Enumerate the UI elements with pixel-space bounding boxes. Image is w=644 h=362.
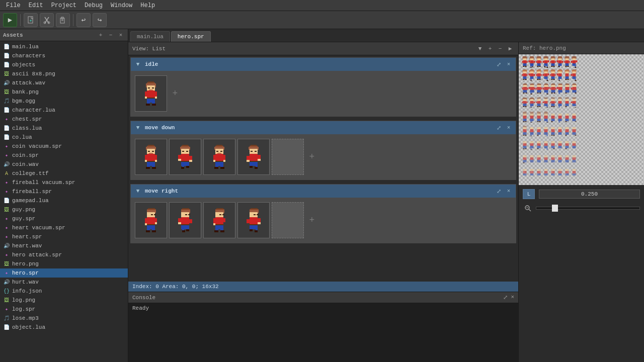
sidebar-close-btn[interactable]: × bbox=[117, 31, 125, 39]
console-expand-btn[interactable]: ⤢ bbox=[503, 294, 508, 301]
menu-window[interactable]: Window bbox=[107, 1, 136, 10]
svg-rect-363 bbox=[566, 87, 570, 90]
sidebar-item-hero-spr[interactable]: ✦hero.spr bbox=[0, 268, 128, 278]
sprite-frame-move-right-4[interactable] bbox=[237, 202, 270, 238]
svg-rect-399 bbox=[544, 101, 548, 104]
sidebar-item-fireball-vacuum-spr[interactable]: ✦fireball vacuum.spr bbox=[0, 178, 128, 187]
sidebar-item-ascii-8x8-png[interactable]: 🖼ascii 8x8.png bbox=[0, 69, 128, 78]
svg-rect-130 bbox=[182, 230, 185, 232]
sidebar-item-fireball-spr[interactable]: ✦fireball.spr bbox=[0, 187, 128, 196]
sprite-frame-move-right-extra[interactable] bbox=[272, 202, 304, 238]
file-name: guy.spr bbox=[12, 216, 35, 222]
sidebar-item-guy-spr[interactable]: ✦guy.spr bbox=[0, 214, 128, 223]
sprite-editor: View: List ▼ + − ▶ ▼ bbox=[128, 42, 518, 362]
asset-list: 📄main.lua📄characters📄objects🖼ascii 8x8.p… bbox=[0, 41, 128, 362]
sidebar-item-character-lua[interactable]: 📄character.lua bbox=[0, 106, 128, 115]
sprite-frame-move-down-4[interactable] bbox=[237, 139, 270, 175]
sidebar-item-log-png[interactable]: 🖼log.png bbox=[0, 296, 128, 305]
sprite-frame-move-down-2[interactable] bbox=[169, 139, 201, 175]
menu-project[interactable]: Project bbox=[47, 1, 80, 10]
paste-button[interactable] bbox=[56, 13, 70, 27]
sidebar-item-heart-spr[interactable]: ✦heart.spr bbox=[0, 232, 128, 241]
sidebar-minus-btn[interactable]: − bbox=[107, 31, 115, 39]
svg-rect-432 bbox=[523, 121, 525, 122]
sidebar-add-btn[interactable]: + bbox=[97, 31, 105, 39]
sprite-frame-idle-1[interactable] bbox=[135, 75, 167, 112]
scale-mode-btn[interactable]: L bbox=[523, 189, 535, 199]
sidebar-item-hero-png[interactable]: 🖼hero.png bbox=[0, 259, 128, 268]
add-frame-move-right[interactable]: + bbox=[306, 214, 318, 226]
sidebar-item-heart-wav[interactable]: 🔊heart.wav bbox=[0, 241, 128, 250]
sprite-minus-btn[interactable]: − bbox=[496, 45, 504, 53]
sidebar-item-coin-vacuum-spr[interactable]: ✦coin vacuum.spr bbox=[0, 142, 128, 151]
svg-rect-400 bbox=[543, 102, 544, 103]
svg-rect-273 bbox=[544, 76, 548, 79]
play-button[interactable]: ▶ bbox=[3, 13, 17, 27]
sidebar-item-heart-vacuum-spr[interactable]: ✦heart vacuum.spr bbox=[0, 223, 128, 232]
sidebar-item-info-json[interactable]: {}info.json bbox=[0, 287, 128, 296]
menu-debug[interactable]: Debug bbox=[80, 1, 107, 10]
menu-file[interactable]: File bbox=[2, 1, 25, 10]
anim-move-down-close[interactable]: × bbox=[505, 124, 513, 132]
sidebar-item-co-lua[interactable]: 📄co.lua bbox=[0, 133, 128, 142]
sidebar-item-object-lua[interactable]: 📄object.lua bbox=[0, 323, 128, 332]
anim-move-right-collapse[interactable]: ▼ bbox=[134, 187, 142, 195]
svg-rect-393 bbox=[536, 102, 537, 103]
anim-move-right-expand[interactable]: ⤢ bbox=[495, 187, 503, 195]
sidebar-item-hurt-wav[interactable]: 🔊hurt.wav bbox=[0, 278, 128, 287]
svg-rect-51 bbox=[182, 151, 184, 152]
anim-idle-expand[interactable]: ⤢ bbox=[495, 60, 503, 68]
cut-button[interactable] bbox=[40, 13, 54, 27]
new-file-button[interactable] bbox=[24, 13, 38, 27]
sidebar-item-objects[interactable]: 📄objects bbox=[0, 60, 128, 69]
sprite-sheet-container[interactable] bbox=[519, 54, 644, 185]
sprite-frame-move-right-2[interactable] bbox=[169, 202, 201, 238]
sidebar-item-coin-wav[interactable]: 🔊coin.wav bbox=[0, 160, 128, 169]
sidebar-item-log-spr[interactable]: ✦log.spr bbox=[0, 305, 128, 314]
sidebar-item-college-ttf[interactable]: Acollege.ttf bbox=[0, 169, 128, 178]
sprite-filter-btn[interactable]: ▼ bbox=[476, 45, 484, 53]
sidebar-item-chest-spr[interactable]: ✦chest.spr bbox=[0, 115, 128, 124]
sidebar-item-attack-wav[interactable]: 🔊attack.wav bbox=[0, 78, 128, 87]
menu-help[interactable]: Help bbox=[136, 1, 159, 10]
sidebar-item-lose-mp3[interactable]: 🎵lose.mp3 bbox=[0, 314, 128, 323]
anim-move-down-collapse[interactable]: ▼ bbox=[134, 124, 142, 132]
anim-idle-collapse[interactable]: ▼ bbox=[134, 60, 142, 68]
add-frame-move-down[interactable]: + bbox=[306, 151, 318, 163]
anim-move-right-close[interactable]: × bbox=[505, 187, 513, 195]
zoom-slider[interactable] bbox=[536, 207, 640, 210]
sidebar-item-bgm-ogg[interactable]: 🎵bgm.ogg bbox=[0, 97, 128, 106]
svg-rect-481 bbox=[537, 132, 541, 135]
redo-button[interactable]: ↪ bbox=[93, 13, 107, 27]
svg-rect-378 bbox=[527, 102, 528, 103]
sidebar-item-bank-png[interactable]: 🖼bank.png bbox=[0, 87, 128, 97]
sprite-add-btn[interactable]: + bbox=[486, 45, 494, 53]
tab-main-lua[interactable]: main.lua bbox=[130, 31, 170, 42]
svg-rect-99 bbox=[148, 208, 155, 209]
sprite-play-btn[interactable]: ▶ bbox=[506, 45, 514, 53]
sidebar-item-gamepad-lua[interactable]: 📄gamepad.lua bbox=[0, 196, 128, 205]
zoom-slider-handle[interactable] bbox=[552, 205, 558, 212]
sidebar-item-hero-attack-spr[interactable]: ✦hero attack.spr bbox=[0, 250, 128, 259]
svg-rect-377 bbox=[522, 102, 523, 103]
svg-rect-182 bbox=[531, 67, 532, 68]
add-frame-idle[interactable]: + bbox=[169, 87, 181, 100]
anim-idle-close[interactable]: × bbox=[505, 60, 513, 68]
sprite-frame-move-right-3[interactable] bbox=[203, 202, 235, 238]
sprite-frame-move-down-3[interactable] bbox=[203, 139, 235, 175]
sidebar-item-guy-png[interactable]: 🖼guy.png bbox=[0, 205, 128, 214]
sidebar-item-characters[interactable]: 📄characters bbox=[0, 51, 128, 60]
anim-move-down-expand[interactable]: ⤢ bbox=[495, 124, 503, 132]
sprite-frame-move-right-1[interactable] bbox=[135, 202, 167, 238]
sidebar-item-main-lua[interactable]: 📄main.lua bbox=[0, 42, 128, 51]
svg-rect-247 bbox=[523, 79, 525, 80]
console-close-btn[interactable]: × bbox=[511, 294, 514, 301]
svg-rect-534 bbox=[573, 146, 576, 148]
menu-edit[interactable]: Edit bbox=[25, 1, 47, 10]
tab-hero-spr[interactable]: hero.spr bbox=[171, 31, 211, 42]
sprite-frame-move-down-1[interactable] bbox=[135, 139, 167, 175]
sprite-frame-move-down-extra[interactable] bbox=[272, 139, 304, 175]
sidebar-item-coin-spr[interactable]: ✦coin.spr bbox=[0, 151, 128, 160]
sidebar-item-class-lua[interactable]: 📄class.lua bbox=[0, 124, 128, 133]
undo-button[interactable]: ↩ bbox=[76, 13, 91, 27]
